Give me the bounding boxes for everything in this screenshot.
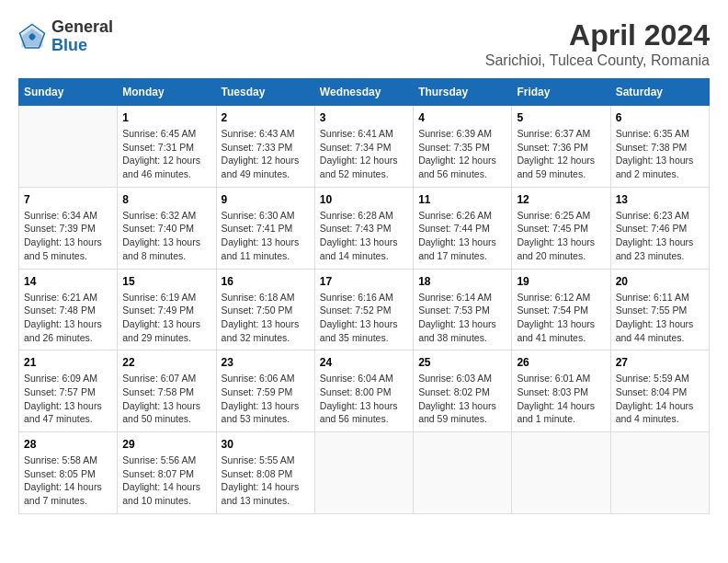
day-number: 21 (24, 356, 112, 369)
day-info: Sunrise: 6:43 AM Sunset: 7:33 PM Dayligh… (222, 127, 310, 181)
day-number: 23 (222, 356, 310, 369)
calendar-cell: 13Sunrise: 6:23 AM Sunset: 7:46 PM Dayli… (610, 187, 709, 269)
calendar-week-1: 1Sunrise: 6:45 AM Sunset: 7:31 PM Daylig… (19, 106, 710, 188)
title-block: April 2024 Sarichioi, Tulcea County, Rom… (485, 18, 710, 69)
calendar-cell: 19Sunrise: 6:12 AM Sunset: 7:54 PM Dayli… (512, 269, 610, 350)
calendar-cell: 6Sunrise: 6:35 AM Sunset: 7:38 PM Daylig… (610, 106, 709, 188)
day-number: 1 (122, 111, 210, 124)
day-info: Sunrise: 6:25 AM Sunset: 7:45 PM Dayligh… (517, 209, 605, 263)
page-subtitle: Sarichioi, Tulcea County, Romania (485, 52, 710, 69)
day-number: 2 (222, 111, 310, 124)
logo-text: General Blue (51, 18, 113, 55)
day-info: Sunrise: 6:23 AM Sunset: 7:46 PM Dayligh… (616, 209, 704, 263)
day-info: Sunrise: 6:14 AM Sunset: 7:53 PM Dayligh… (418, 291, 506, 345)
day-info: Sunrise: 6:45 AM Sunset: 7:31 PM Dayligh… (122, 127, 210, 181)
day-number: 13 (616, 193, 704, 206)
day-number: 16 (222, 275, 310, 288)
calendar-cell: 20Sunrise: 6:11 AM Sunset: 7:55 PM Dayli… (610, 269, 709, 350)
day-info: Sunrise: 5:59 AM Sunset: 8:04 PM Dayligh… (616, 372, 704, 426)
calendar-cell (314, 432, 413, 514)
calendar-cell: 18Sunrise: 6:14 AM Sunset: 7:53 PM Dayli… (414, 269, 512, 350)
logo: General Blue (18, 18, 113, 55)
day-number: 25 (418, 356, 506, 369)
day-info: Sunrise: 6:07 AM Sunset: 7:58 PM Dayligh… (122, 372, 210, 426)
calendar-cell: 11Sunrise: 6:26 AM Sunset: 7:44 PM Dayli… (414, 187, 512, 269)
day-number: 28 (24, 438, 112, 451)
calendar-cell: 23Sunrise: 6:06 AM Sunset: 7:59 PM Dayli… (216, 350, 314, 432)
column-header-wednesday: Wednesday (314, 79, 413, 106)
calendar-week-3: 14Sunrise: 6:21 AM Sunset: 7:48 PM Dayli… (19, 269, 710, 350)
day-number: 4 (418, 111, 506, 124)
calendar-cell: 17Sunrise: 6:16 AM Sunset: 7:52 PM Dayli… (314, 269, 413, 350)
calendar-cell: 28Sunrise: 5:58 AM Sunset: 8:05 PM Dayli… (19, 432, 118, 514)
day-number: 11 (418, 193, 506, 206)
day-number: 20 (616, 275, 704, 288)
day-info: Sunrise: 5:56 AM Sunset: 8:07 PM Dayligh… (122, 454, 210, 508)
day-info: Sunrise: 6:01 AM Sunset: 8:03 PM Dayligh… (517, 372, 605, 426)
calendar-cell: 15Sunrise: 6:19 AM Sunset: 7:49 PM Dayli… (118, 269, 216, 350)
day-info: Sunrise: 6:35 AM Sunset: 7:38 PM Dayligh… (616, 127, 704, 181)
day-number: 10 (320, 193, 408, 206)
day-info: Sunrise: 6:30 AM Sunset: 7:41 PM Dayligh… (222, 209, 310, 263)
day-number: 14 (24, 275, 112, 288)
day-info: Sunrise: 6:41 AM Sunset: 7:34 PM Dayligh… (320, 127, 408, 181)
day-number: 8 (122, 193, 210, 206)
day-info: Sunrise: 6:03 AM Sunset: 8:02 PM Dayligh… (418, 372, 506, 426)
calendar-cell: 2Sunrise: 6:43 AM Sunset: 7:33 PM Daylig… (216, 106, 314, 188)
calendar-cell: 30Sunrise: 5:55 AM Sunset: 8:08 PM Dayli… (216, 432, 314, 514)
page-title: April 2024 (485, 18, 710, 52)
day-info: Sunrise: 6:16 AM Sunset: 7:52 PM Dayligh… (320, 291, 408, 345)
day-number: 12 (517, 193, 605, 206)
day-number: 6 (616, 111, 704, 124)
day-info: Sunrise: 6:39 AM Sunset: 7:35 PM Dayligh… (418, 127, 506, 181)
day-info: Sunrise: 6:21 AM Sunset: 7:48 PM Dayligh… (24, 291, 112, 345)
calendar-week-2: 7Sunrise: 6:34 AM Sunset: 7:39 PM Daylig… (19, 187, 710, 269)
day-info: Sunrise: 5:58 AM Sunset: 8:05 PM Dayligh… (24, 454, 112, 508)
day-info: Sunrise: 5:55 AM Sunset: 8:08 PM Dayligh… (222, 454, 310, 508)
day-info: Sunrise: 6:37 AM Sunset: 7:36 PM Dayligh… (517, 127, 605, 181)
calendar-cell (512, 432, 610, 514)
day-number: 29 (122, 438, 210, 451)
day-number: 26 (517, 356, 605, 369)
day-number: 30 (222, 438, 310, 451)
calendar-cell: 8Sunrise: 6:32 AM Sunset: 7:40 PM Daylig… (118, 187, 216, 269)
calendar-cell: 14Sunrise: 6:21 AM Sunset: 7:48 PM Dayli… (19, 269, 118, 350)
day-info: Sunrise: 6:26 AM Sunset: 7:44 PM Dayligh… (418, 209, 506, 263)
calendar-cell: 16Sunrise: 6:18 AM Sunset: 7:50 PM Dayli… (216, 269, 314, 350)
day-number: 17 (320, 275, 408, 288)
calendar-cell: 25Sunrise: 6:03 AM Sunset: 8:02 PM Dayli… (414, 350, 512, 432)
calendar-cell (610, 432, 709, 514)
day-number: 9 (222, 193, 310, 206)
day-info: Sunrise: 6:04 AM Sunset: 8:00 PM Dayligh… (320, 372, 408, 426)
calendar-cell: 1Sunrise: 6:45 AM Sunset: 7:31 PM Daylig… (118, 106, 216, 188)
calendar-cell: 3Sunrise: 6:41 AM Sunset: 7:34 PM Daylig… (314, 106, 413, 188)
day-info: Sunrise: 6:18 AM Sunset: 7:50 PM Dayligh… (222, 291, 310, 345)
calendar-cell: 12Sunrise: 6:25 AM Sunset: 7:45 PM Dayli… (512, 187, 610, 269)
page-header: General Blue April 2024 Sarichioi, Tulce… (18, 18, 710, 69)
day-number: 27 (616, 356, 704, 369)
day-info: Sunrise: 6:12 AM Sunset: 7:54 PM Dayligh… (517, 291, 605, 345)
day-number: 15 (122, 275, 210, 288)
column-header-friday: Friday (512, 79, 610, 106)
calendar-cell: 9Sunrise: 6:30 AM Sunset: 7:41 PM Daylig… (216, 187, 314, 269)
calendar-cell: 7Sunrise: 6:34 AM Sunset: 7:39 PM Daylig… (19, 187, 118, 269)
day-number: 19 (517, 275, 605, 288)
day-number: 22 (122, 356, 210, 369)
column-header-sunday: Sunday (19, 79, 118, 106)
day-info: Sunrise: 6:11 AM Sunset: 7:55 PM Dayligh… (616, 291, 704, 345)
day-info: Sunrise: 6:06 AM Sunset: 7:59 PM Dayligh… (222, 372, 310, 426)
day-info: Sunrise: 6:32 AM Sunset: 7:40 PM Dayligh… (122, 209, 210, 263)
calendar-cell: 5Sunrise: 6:37 AM Sunset: 7:36 PM Daylig… (512, 106, 610, 188)
logo-icon (18, 23, 46, 51)
day-info: Sunrise: 6:09 AM Sunset: 7:57 PM Dayligh… (24, 372, 112, 426)
calendar-week-4: 21Sunrise: 6:09 AM Sunset: 7:57 PM Dayli… (19, 350, 710, 432)
calendar-cell: 26Sunrise: 6:01 AM Sunset: 8:03 PM Dayli… (512, 350, 610, 432)
day-number: 7 (24, 193, 112, 206)
calendar-cell: 29Sunrise: 5:56 AM Sunset: 8:07 PM Dayli… (118, 432, 216, 514)
column-header-thursday: Thursday (414, 79, 512, 106)
day-number: 24 (320, 356, 408, 369)
calendar-cell: 4Sunrise: 6:39 AM Sunset: 7:35 PM Daylig… (414, 106, 512, 188)
day-number: 3 (320, 111, 408, 124)
calendar-cell: 21Sunrise: 6:09 AM Sunset: 7:57 PM Dayli… (19, 350, 118, 432)
calendar-cell: 10Sunrise: 6:28 AM Sunset: 7:43 PM Dayli… (314, 187, 413, 269)
